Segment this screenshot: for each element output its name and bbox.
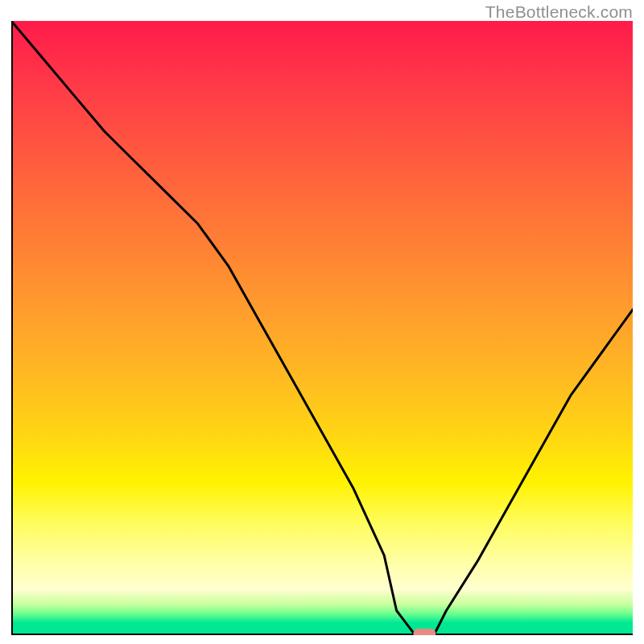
- minimum-marker: [413, 629, 436, 635]
- bottleneck-curve-svg: [11, 21, 633, 635]
- bottleneck-curve: [11, 21, 633, 635]
- watermark-text: TheBottleneck.com: [485, 2, 633, 22]
